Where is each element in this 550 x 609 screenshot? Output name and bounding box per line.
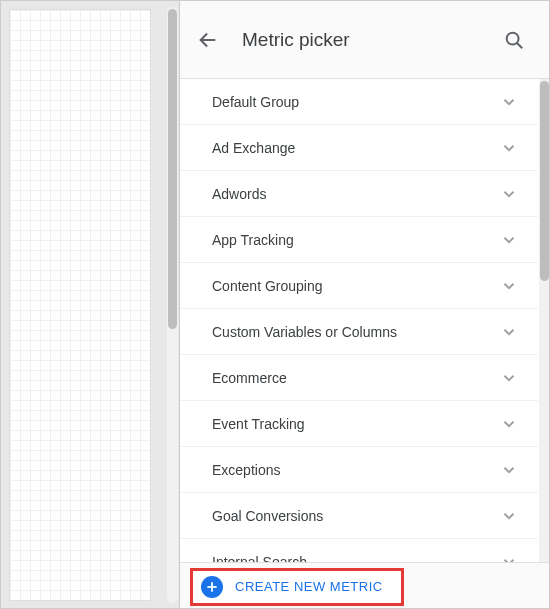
back-button[interactable]: [188, 20, 228, 60]
chevron-down-icon: [500, 185, 518, 203]
left-scrollbar-thumb[interactable]: [168, 9, 177, 329]
search-icon: [503, 29, 525, 51]
group-label: Custom Variables or Columns: [212, 324, 500, 340]
group-label: Internal Search: [212, 554, 500, 563]
panel-footer: CREATE NEW METRIC: [180, 562, 550, 609]
chevron-down-icon: [500, 415, 518, 433]
chevron-down-icon: [500, 323, 518, 341]
list-scroll-area[interactable]: Default Group Ad Exchange Adwords App Tr…: [180, 79, 550, 562]
arrow-left-icon: [197, 29, 219, 51]
panel-header: Metric picker: [180, 1, 550, 79]
right-scrollbar[interactable]: [539, 79, 550, 562]
panel-title: Metric picker: [242, 29, 480, 51]
group-row-custom-variables[interactable]: Custom Variables or Columns: [180, 309, 538, 355]
group-label: App Tracking: [212, 232, 500, 248]
group-label: Content Grouping: [212, 278, 500, 294]
group-row-event-tracking[interactable]: Event Tracking: [180, 401, 538, 447]
group-row-default[interactable]: Default Group: [180, 79, 538, 125]
group-row-internal-search[interactable]: Internal Search: [180, 539, 538, 562]
chevron-down-icon: [500, 507, 518, 525]
svg-line-2: [517, 42, 522, 47]
group-label: Adwords: [212, 186, 500, 202]
group-row-content-grouping[interactable]: Content Grouping: [180, 263, 538, 309]
canvas-panel: [1, 1, 179, 609]
group-row-adwords[interactable]: Adwords: [180, 171, 538, 217]
create-label: CREATE NEW METRIC: [235, 579, 383, 594]
chevron-down-icon: [500, 139, 518, 157]
group-row-goal-conversions[interactable]: Goal Conversions: [180, 493, 538, 539]
right-scrollbar-thumb[interactable]: [540, 81, 549, 281]
group-row-exceptions[interactable]: Exceptions: [180, 447, 538, 493]
search-button[interactable]: [494, 20, 534, 60]
chevron-down-icon: [500, 461, 518, 479]
left-scrollbar[interactable]: [167, 7, 178, 603]
plus-icon: [201, 576, 223, 598]
chevron-down-icon: [500, 553, 518, 563]
chevron-down-icon: [500, 277, 518, 295]
metric-groups-list: Default Group Ad Exchange Adwords App Tr…: [180, 79, 550, 562]
chevron-down-icon: [500, 231, 518, 249]
group-row-app-tracking[interactable]: App Tracking: [180, 217, 538, 263]
group-row-ad-exchange[interactable]: Ad Exchange: [180, 125, 538, 171]
chevron-down-icon: [500, 93, 518, 111]
chevron-down-icon: [500, 369, 518, 387]
group-label: Exceptions: [212, 462, 500, 478]
group-label: Default Group: [212, 94, 500, 110]
group-label: Event Tracking: [212, 416, 500, 432]
create-new-metric-button[interactable]: CREATE NEW METRIC: [190, 568, 404, 606]
report-canvas[interactable]: [9, 9, 151, 601]
group-label: Ad Exchange: [212, 140, 500, 156]
group-label: Ecommerce: [212, 370, 500, 386]
metric-picker-panel: Metric picker Default Group Ad Exchange …: [179, 1, 550, 609]
group-label: Goal Conversions: [212, 508, 500, 524]
svg-point-1: [507, 32, 519, 44]
group-row-ecommerce[interactable]: Ecommerce: [180, 355, 538, 401]
